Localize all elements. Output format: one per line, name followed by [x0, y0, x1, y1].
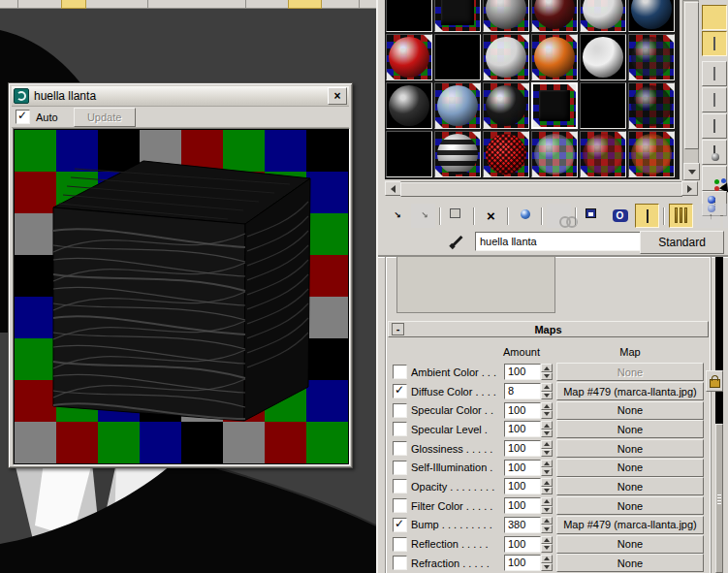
spinner-down-button[interactable]	[541, 430, 553, 438]
map-slot-button[interactable]: None	[556, 554, 704, 572]
amount-spinner[interactable]	[541, 497, 553, 514]
map-slot-button[interactable]: None	[556, 496, 704, 515]
go-forward-to-sibling-button[interactable]: →	[723, 204, 728, 228]
material-slot[interactable]	[483, 82, 529, 129]
amount-spinner[interactable]	[541, 555, 553, 571]
spinner-up-button[interactable]	[541, 478, 553, 487]
map-enable-checkbox[interactable]	[393, 461, 407, 475]
material-slot[interactable]	[386, 82, 432, 129]
material-slot[interactable]	[628, 131, 675, 177]
amount-spinner[interactable]	[541, 478, 553, 494]
amount-field[interactable]: 100	[504, 364, 541, 380]
amount-field[interactable]: 8	[504, 383, 541, 399]
slots-vertical-scrollbar[interactable]	[682, 0, 699, 180]
amount-field[interactable]: 100	[504, 440, 541, 457]
assign-material-to-selection-button[interactable]	[445, 204, 469, 228]
spinner-up-button[interactable]	[541, 460, 553, 468]
map-slot-button[interactable]: None	[556, 401, 704, 420]
material-slot[interactable]	[628, 0, 675, 32]
material-id-channel-button[interactable]: O	[608, 204, 632, 228]
sample-uv-tiling-button[interactable]	[702, 61, 727, 86]
amount-field[interactable]: 100	[504, 497, 541, 514]
spinner-down-button[interactable]	[541, 544, 553, 553]
reset-map-mtl-button[interactable]: ×	[479, 204, 503, 228]
put-material-to-scene-button[interactable]: ↘	[411, 204, 435, 228]
make-unique-button[interactable]	[547, 204, 571, 228]
material-slot[interactable]	[531, 0, 578, 32]
material-slot[interactable]	[434, 0, 481, 32]
spinner-up-button[interactable]	[541, 555, 553, 563]
amount-field[interactable]: 100	[504, 460, 541, 476]
map-slot-button[interactable]: None	[556, 459, 704, 477]
spinner-down-button[interactable]	[541, 506, 553, 515]
sample-type-sphere-button[interactable]	[702, 5, 727, 30]
material-slot[interactable]	[628, 82, 675, 129]
material-slot[interactable]	[531, 34, 578, 80]
spinner-up-button[interactable]	[541, 402, 553, 411]
material-slot[interactable]	[580, 34, 626, 80]
material-type-button[interactable]: Standard	[640, 231, 724, 254]
map-enable-checkbox[interactable]	[393, 365, 407, 379]
amount-field[interactable]: 100	[504, 536, 541, 553]
rollout-scrollbar[interactable]	[715, 257, 723, 573]
material-slot[interactable]	[386, 0, 432, 32]
material-slot[interactable]	[580, 131, 626, 177]
scroll-right-button[interactable]	[681, 181, 698, 196]
map-slot-button[interactable]: None	[556, 535, 704, 554]
map-enable-checkbox[interactable]	[393, 518, 407, 532]
slots-horizontal-scrollbar[interactable]	[385, 181, 696, 196]
map-enable-checkbox[interactable]	[393, 498, 407, 513]
make-preview-button[interactable]	[702, 113, 727, 139]
scroll-left-button[interactable]	[385, 181, 401, 196]
material-slot[interactable]	[434, 82, 481, 129]
close-button[interactable]: ×	[328, 87, 347, 105]
map-slot-button[interactable]: None	[556, 439, 704, 458]
material-slot[interactable]	[580, 0, 626, 32]
material-slot-selected[interactable]	[531, 82, 578, 129]
select-by-material-button[interactable]	[702, 166, 727, 191]
material-slot[interactable]	[434, 131, 481, 177]
spinner-up-button[interactable]	[541, 536, 553, 545]
amount-spinner[interactable]	[541, 517, 553, 533]
go-to-parent-button[interactable]: ↑	[696, 204, 720, 228]
map-enable-checkbox[interactable]	[393, 479, 407, 493]
make-material-copy-button[interactable]	[513, 204, 537, 228]
spinner-up-button[interactable]	[541, 364, 553, 372]
material-name-combobox[interactable]: huella llanta	[475, 232, 663, 251]
spinner-up-button[interactable]	[541, 517, 553, 525]
material-slot[interactable]	[434, 34, 481, 80]
spinner-down-button[interactable]	[541, 487, 553, 495]
amount-field[interactable]: 100	[504, 402, 541, 419]
preview-window-titlebar[interactable]: huella llanta ×	[12, 86, 349, 107]
update-button[interactable]: Update	[74, 108, 136, 127]
pick-material-eyedropper-icon[interactable]	[448, 233, 465, 250]
amount-spinner[interactable]	[541, 383, 553, 399]
material-slot[interactable]	[386, 34, 432, 80]
show-map-in-viewport-button[interactable]	[635, 204, 659, 228]
material-slot[interactable]	[580, 82, 626, 129]
material-slot[interactable]	[386, 131, 432, 177]
amount-field[interactable]: 100	[504, 421, 541, 437]
spinner-down-button[interactable]	[541, 392, 553, 400]
amount-spinner[interactable]	[541, 460, 553, 476]
material-slot[interactable]	[483, 0, 529, 32]
map-enable-checkbox[interactable]	[393, 422, 407, 436]
amount-spinner[interactable]	[541, 364, 553, 380]
map-enable-checkbox[interactable]	[393, 537, 407, 552]
amount-field[interactable]: 100	[504, 555, 541, 571]
spinner-up-button[interactable]	[541, 383, 553, 392]
spinner-down-button[interactable]	[541, 372, 553, 381]
lock-ambient-diffuse-button[interactable]	[706, 370, 723, 392]
material-slot[interactable]	[531, 131, 578, 177]
spinner-up-button[interactable]	[541, 440, 553, 449]
spinner-up-button[interactable]	[541, 497, 553, 506]
map-slot-button[interactable]: Map #479 (marca-llanta.jpg)	[556, 382, 704, 400]
map-slot-button[interactable]: None	[556, 363, 704, 381]
amount-field[interactable]: 100	[504, 478, 541, 494]
background-checker-button[interactable]	[702, 31, 727, 56]
show-end-result-button[interactable]	[669, 204, 693, 228]
options-button[interactable]	[702, 140, 727, 165]
spinner-down-button[interactable]	[541, 525, 553, 533]
material-slot[interactable]	[483, 34, 529, 80]
map-enable-checkbox[interactable]	[393, 556, 407, 570]
